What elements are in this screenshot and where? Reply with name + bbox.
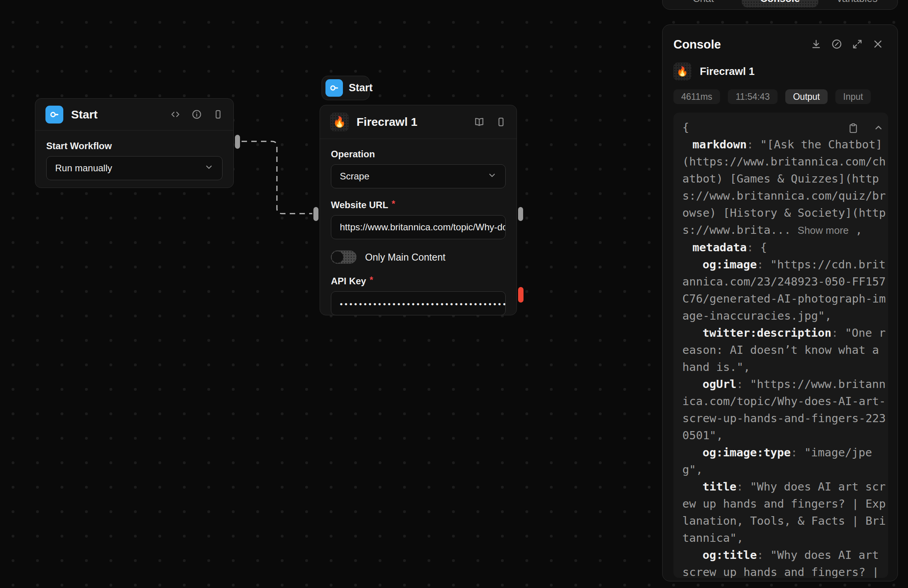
tab-variables[interactable]: Variables [818, 0, 895, 7]
run-block-name: Firecrawl 1 [700, 66, 755, 78]
tab-chat[interactable]: Chat [665, 0, 742, 7]
start-pill-node[interactable]: Start [322, 76, 370, 100]
required-asterisk: * [392, 199, 395, 209]
json-line: metadata: { [682, 239, 887, 256]
firecrawl-node-header: 🔥 Firecrawl 1 [320, 105, 517, 139]
start-node-header: Start [35, 99, 233, 130]
json-line: ogUrl: "https://www.britannica.com/topic… [682, 376, 887, 444]
console-title: Console [673, 38, 811, 52]
run-manually-select[interactable]: Run manually [46, 156, 223, 180]
workflow-canvas[interactable]: Start Start Workflow Run manually Start … [0, 0, 908, 588]
clear-console-icon[interactable] [831, 38, 842, 51]
tab-console[interactable]: Console [742, 0, 819, 7]
timestamp-badge: 11:54:43 [728, 89, 778, 104]
collapse-chevron-icon[interactable] [873, 123, 884, 135]
firecrawl-input-handle[interactable] [313, 207, 318, 221]
start-output-handle[interactable] [235, 135, 240, 149]
api-key-label: API Key * [331, 276, 506, 287]
operation-label: Operation [331, 149, 506, 160]
input-tab-badge[interactable]: Input [835, 89, 871, 104]
firecrawl-node[interactable]: 🔥 Firecrawl 1 Operation Scrape Website U… [320, 105, 517, 315]
json-key: twitter:description [703, 326, 831, 339]
expand-icon[interactable] [852, 38, 863, 51]
json-content: {markdown: "[Ask the Chatbot](https://ww… [682, 119, 887, 578]
json-key: title [703, 480, 736, 493]
chevron-down-icon [487, 170, 497, 182]
firecrawl-output-handle[interactable] [518, 207, 523, 221]
console-output-json[interactable]: {markdown: "[Ask the Chatbot](https://ww… [673, 113, 888, 578]
export-download-icon[interactable] [811, 38, 822, 51]
start-node[interactable]: Start Start Workflow Run manually [35, 98, 234, 188]
firecrawl-icon: 🔥 [673, 63, 691, 80]
console-panel: Console 🔥 Firecrawl 1 4611ms 11:54:43 Ou… [662, 24, 898, 581]
console-run-entry[interactable]: 🔥 Firecrawl 1 [673, 62, 888, 81]
docs-book-icon[interactable] [474, 117, 485, 127]
panel-icon[interactable] [496, 117, 506, 127]
firecrawl-error-handle[interactable] [518, 287, 524, 303]
only-main-content-label: Only Main Content [365, 252, 445, 263]
start-node-title: Start [71, 108, 162, 121]
json-key: og:image:type [703, 446, 791, 459]
json-key: og:image [703, 258, 757, 271]
close-icon[interactable] [872, 38, 884, 51]
copy-icon[interactable] [848, 123, 859, 135]
start-pill-label: Start [349, 82, 373, 94]
panel-tabbar: Chat Console Variables [662, 0, 898, 10]
json-key: ogUrl [703, 378, 736, 391]
json-line: og:image: "https://cdn.britannica.com/23… [682, 256, 887, 324]
website-url-label: Website URL * [331, 200, 506, 210]
start-icon [325, 79, 343, 97]
json-line: title: "Why does AI art screw up hands a… [682, 478, 887, 546]
json-line: markdown: "[Ask the Chatbot](https://www… [682, 136, 887, 239]
json-line: twitter:description: "One reason: AI doe… [682, 324, 887, 376]
panel-icon[interactable] [213, 109, 223, 120]
website-url-input[interactable]: https://www.britannica.com/topic/Why-doe [331, 215, 506, 239]
required-asterisk: * [370, 275, 373, 285]
json-line: og:image:type: "image/jpeg", [682, 444, 887, 478]
show-more-link[interactable]: Show more [798, 224, 849, 236]
json-key: metadata [692, 241, 747, 254]
start-icon [45, 106, 63, 124]
json-key: markdown [692, 138, 747, 151]
chevron-down-icon [204, 162, 214, 174]
info-icon[interactable] [191, 109, 202, 120]
api-key-input[interactable]: ••••••••••••••••••••••••••••••••••• [331, 291, 506, 315]
firecrawl-icon: 🔥 [330, 113, 349, 131]
start-workflow-label: Start Workflow [46, 141, 223, 151]
only-main-content-toggle[interactable] [331, 251, 357, 264]
duration-badge: 4611ms [673, 89, 720, 104]
output-tab-badge[interactable]: Output [785, 89, 828, 104]
code-icon[interactable] [170, 109, 181, 120]
json-line: og:title: "Why does AI art screw up hand… [682, 546, 887, 578]
operation-select[interactable]: Scrape [331, 164, 506, 188]
firecrawl-node-title: Firecrawl 1 [357, 115, 466, 129]
json-key: og:title [703, 548, 757, 562]
